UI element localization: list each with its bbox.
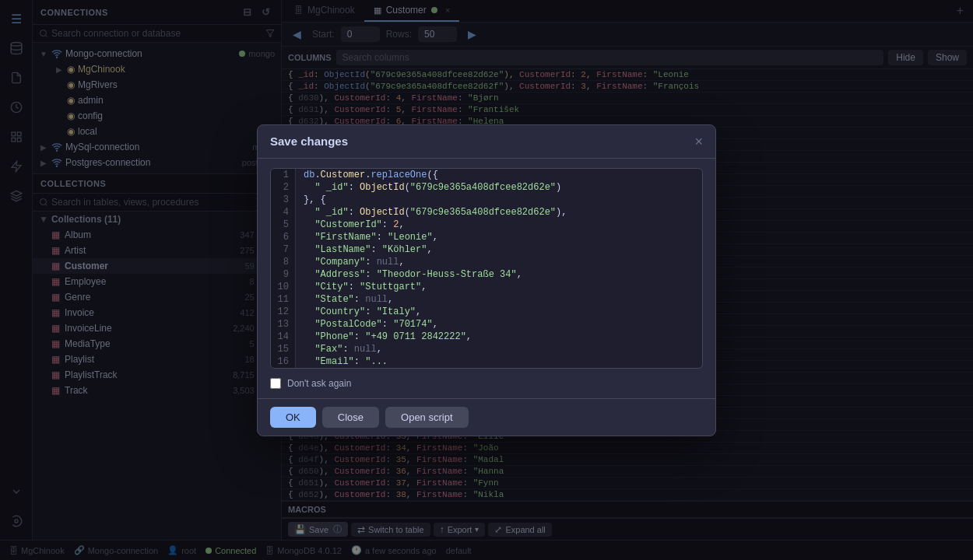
dont-ask-again-checkbox-row: Don't ask again xyxy=(270,378,703,389)
code-line-8: 8 "Company": null, xyxy=(271,256,702,268)
code-line-7: 7 "LastName": "Köhler", xyxy=(271,243,702,256)
modal-footer: OK Close Open script xyxy=(258,398,715,436)
code-line-4: 4 " _id": ObjectId("679c9e365a408dfcee82… xyxy=(271,206,702,219)
code-line-15: 15 "Fax": null, xyxy=(271,343,702,355)
modal-close-action-btn[interactable]: Close xyxy=(322,407,379,428)
code-editor[interactable]: 1 db.Customer.replaceOne({ 2 " _id": Obj… xyxy=(270,168,703,369)
modal-close-btn[interactable]: × xyxy=(694,135,703,149)
code-line-11: 11 "State": null, xyxy=(271,293,702,306)
dont-ask-again-label: Don't ask again xyxy=(287,378,351,389)
code-line-2: 2 " _id": ObjectId("679c9e365a408dfcee82… xyxy=(271,181,702,194)
code-line-13: 13 "PostalCode": "70174", xyxy=(271,318,702,331)
save-changes-modal: Save changes × 1 db.Customer.replaceOne(… xyxy=(257,124,716,436)
modal-title: Save changes xyxy=(270,135,348,148)
code-line-1: 1 db.Customer.replaceOne({ xyxy=(271,169,702,181)
modal-open-script-btn[interactable]: Open script xyxy=(385,407,468,428)
modal-ok-btn[interactable]: OK xyxy=(270,407,316,428)
code-line-12: 12 "Country": "Italy", xyxy=(271,306,702,318)
code-line-5: 5 "CustomerId": 2, xyxy=(271,219,702,231)
modal-overlay[interactable]: Save changes × 1 db.Customer.replaceOne(… xyxy=(0,0,973,560)
code-line-16: 16 "Email": "... xyxy=(271,355,702,368)
code-line-10: 10 "City": "Stuttgart", xyxy=(271,281,702,293)
dont-ask-again-checkbox[interactable] xyxy=(270,378,281,389)
code-line-6: 6 "FirstName": "Leonie", xyxy=(271,231,702,243)
code-line-14: 14 "Phone": "+49 0711 2842222", xyxy=(271,331,702,343)
modal-header: Save changes × xyxy=(258,125,715,159)
modal-body: 1 db.Customer.replaceOne({ 2 " _id": Obj… xyxy=(258,159,715,398)
code-line-3: 3 }, { xyxy=(271,194,702,206)
code-line-9: 9 "Address": "Theodor-Heuss-Straße 34", xyxy=(271,268,702,281)
